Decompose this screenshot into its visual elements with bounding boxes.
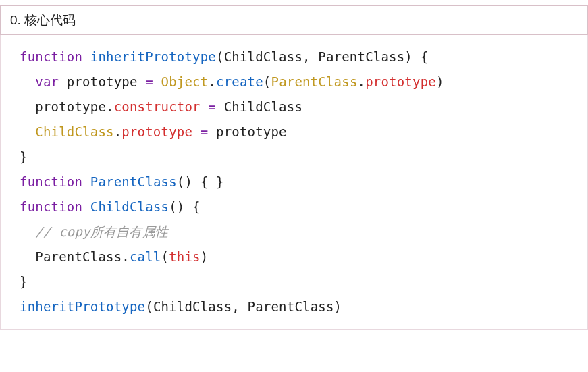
prop-prototype: prototype xyxy=(365,74,436,89)
indent xyxy=(20,249,35,264)
space xyxy=(82,174,90,189)
paren-close: ) xyxy=(334,299,342,314)
equals: = xyxy=(201,124,209,139)
space xyxy=(153,74,161,89)
space xyxy=(82,199,90,214)
var-ChildClass: ChildClass xyxy=(35,124,113,139)
space xyxy=(201,99,209,114)
paren-close: ) xyxy=(436,74,444,89)
paren-close: ) xyxy=(184,174,192,189)
equals: = xyxy=(208,99,216,114)
dot: . xyxy=(114,124,122,139)
code-block: function inheritPrototype(ChildClass, Pa… xyxy=(0,35,588,330)
fn-name-ParentClass: ParentClass xyxy=(90,174,177,189)
space xyxy=(208,174,216,189)
space xyxy=(59,74,67,89)
section-header: 0. 核心代码 xyxy=(0,5,588,35)
space xyxy=(184,199,192,214)
var-ParentClass: ParentClass xyxy=(35,249,122,264)
paren-open: ( xyxy=(145,299,153,314)
prop-constructor: constructor xyxy=(114,99,201,114)
space xyxy=(412,49,421,64)
equals: = xyxy=(145,74,153,89)
paren-open: ( xyxy=(177,174,185,189)
keyword-function: function xyxy=(20,174,82,189)
fn-name-ChildClass: ChildClass xyxy=(90,199,169,214)
paren-close: ) xyxy=(201,249,209,264)
brace-open: { xyxy=(201,174,209,189)
paren-open: ( xyxy=(216,49,224,64)
dot: . xyxy=(122,249,130,264)
call-inheritPrototype: inheritPrototype xyxy=(20,299,145,314)
dot: . xyxy=(358,74,366,89)
document-container: 0. 核心代码 function inheritPrototype(ChildC… xyxy=(0,5,588,330)
space xyxy=(138,74,146,89)
brace-close: } xyxy=(20,149,28,164)
fn-name-inheritPrototype: inheritPrototype xyxy=(90,49,216,64)
keyword-var: var xyxy=(35,74,59,89)
keyword-function: function xyxy=(20,49,82,64)
comment-copy-props: // copy所有自有属性 xyxy=(35,224,168,239)
space xyxy=(216,99,224,114)
var-prototype: prototype xyxy=(67,74,138,89)
method-create: create xyxy=(216,74,263,89)
space xyxy=(208,124,216,139)
brace-open: { xyxy=(192,199,201,214)
keyword-function: function xyxy=(20,199,82,214)
code-pre: function inheritPrototype(ChildClass, Pa… xyxy=(20,45,575,320)
comma: , xyxy=(232,299,247,314)
space xyxy=(192,124,201,139)
paren-open: ( xyxy=(161,249,169,264)
var-prototype: prototype xyxy=(35,99,106,114)
arg-ParentClass: ParentClass xyxy=(271,74,358,89)
comma: , xyxy=(302,49,318,64)
method-call: call xyxy=(130,249,161,264)
prop-prototype: prototype xyxy=(122,124,192,139)
indent xyxy=(20,99,35,114)
space xyxy=(192,174,201,189)
keyword-this: this xyxy=(169,249,201,264)
paren-open: ( xyxy=(263,74,271,89)
brace-close: } xyxy=(20,274,28,289)
brace-close: } xyxy=(216,174,224,189)
object-global: Object xyxy=(161,74,209,89)
param-ChildClass: ChildClass xyxy=(224,49,302,64)
arg-ChildClass: ChildClass xyxy=(153,299,232,314)
dot: . xyxy=(106,99,114,114)
brace-open: { xyxy=(421,49,429,64)
indent xyxy=(20,124,35,139)
arg-ParentClass: ParentClass xyxy=(248,299,334,314)
paren-close: ) xyxy=(177,199,185,214)
paren-close: ) xyxy=(404,49,412,64)
rhs-ChildClass: ChildClass xyxy=(224,99,302,114)
header-title: 0. 核心代码 xyxy=(10,13,76,27)
dot: . xyxy=(208,74,216,89)
indent xyxy=(20,224,35,239)
paren-open: ( xyxy=(169,199,177,214)
indent xyxy=(20,74,35,89)
rhs-prototype: prototype xyxy=(216,124,287,139)
param-ParentClass: ParentClass xyxy=(318,49,404,64)
